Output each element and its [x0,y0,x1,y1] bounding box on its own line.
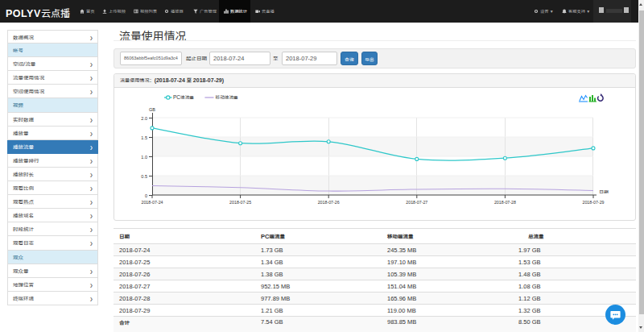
svg-text:GB: GB [149,107,155,112]
svg-text:2.0: 2.0 [141,116,147,121]
svg-text:2018-07-27: 2018-07-27 [406,200,428,205]
svg-text:移动端流量: 移动端流量 [216,94,239,100]
svg-text:1.5: 1.5 [141,135,147,140]
svg-text:2018-07-25: 2018-07-25 [229,200,252,205]
svg-text:2018-07-24: 2018-07-24 [142,200,164,205]
svg-text:2018-07-28: 2018-07-28 [494,200,517,205]
svg-text:2018-07-29: 2018-07-29 [583,200,605,205]
svg-text:日期: 日期 [599,189,609,194]
svg-text:0.5: 0.5 [141,174,147,179]
svg-text:1.0: 1.0 [141,155,147,160]
svg-text:0: 0 [145,193,147,198]
svg-text:PC端流量: PC端流量 [173,94,194,100]
svg-text:2018-07-26: 2018-07-26 [318,200,341,205]
